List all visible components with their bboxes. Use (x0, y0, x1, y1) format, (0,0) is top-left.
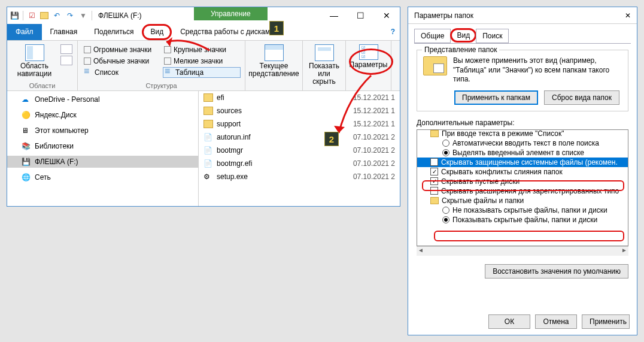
maximize-button[interactable]: ☐ (347, 7, 373, 24)
folder-icon (203, 120, 213, 128)
cloud-icon: ☁ (22, 95, 31, 104)
horizontal-scrollbar[interactable] (417, 246, 628, 256)
layout-small[interactable]: Мелкие значки (163, 56, 241, 66)
layout-large[interactable]: Крупные значки (163, 44, 241, 55)
list-item[interactable]: 📄bootmgr07.10.2021 2 (199, 144, 400, 157)
contextual-tab-manage[interactable]: Управление (194, 7, 268, 20)
radio-icon[interactable] (442, 207, 449, 214)
reset-folders-button[interactable]: Сброс вида папок (544, 90, 619, 105)
tab-view[interactable]: Вид (142, 24, 172, 40)
apply-button[interactable]: Применить (582, 314, 630, 329)
tree-item[interactable]: При вводе текста в режиме "Список" (417, 129, 628, 138)
checkbox-icon[interactable]: ✓ (430, 168, 438, 175)
navigation-pane-icon (25, 44, 44, 61)
tab-view[interactable]: Вид (450, 28, 476, 43)
ribbon-group-panes: Область навигации Области (7, 41, 78, 90)
ribbon-tabs: Файл Главная Поделиться Вид Средства раб… (7, 24, 400, 41)
radio-icon[interactable] (442, 140, 449, 147)
layout-huge[interactable]: Огромные значки (83, 44, 160, 55)
tree-item[interactable]: ✓Скрывать конфликты слияния папок (417, 167, 628, 177)
explorer-window: 💾 ☑ ↶ ↷ ▼ ФЛЕШКА (F:) — ☐ ✕ Управление 1… (7, 7, 400, 207)
ribbon-group-label: Области (7, 82, 77, 89)
show-hide-button[interactable]: Показать или скрыть (308, 43, 341, 86)
tab-drive-tools[interactable]: Средства работы с дисками (172, 24, 282, 40)
properties-icon[interactable]: ☑ (27, 11, 37, 20)
separator (23, 11, 23, 20)
nav-yandex[interactable]: 🟡Яндекс.Диск (7, 109, 198, 121)
content-area: ☁OneDrive - Personal 🟡Яндекс.Диск 🖥Этот … (7, 91, 400, 206)
list-item[interactable]: support15.12.2021 1 (199, 117, 400, 131)
restore-defaults-button[interactable]: Восстановить значения по умолчанию (485, 264, 628, 279)
undo-icon[interactable]: ↶ (52, 11, 62, 20)
tree-item[interactable]: Скрывать расширения для зарегистрированн… (417, 186, 628, 196)
delete-icon[interactable]: ▼ (78, 11, 88, 20)
layout-list[interactable]: Список (83, 67, 160, 78)
layout-normal[interactable]: Обычные значки (83, 56, 160, 66)
annotation-badge-1: 1 (269, 21, 284, 35)
options-button[interactable]: Параметры (351, 43, 386, 69)
advanced-settings-label: Дополнительные параметры: (417, 119, 628, 127)
drive-icon: 💾 (10, 11, 19, 20)
nav-network[interactable]: 🌐Сеть (7, 171, 198, 183)
dialog-titlebar[interactable]: Параметры папок ✕ (408, 7, 637, 24)
checkbox-icon[interactable] (430, 158, 438, 166)
tree-item[interactable]: ✓Скрывать пустые диски (417, 177, 628, 186)
file-icon: 📄 (203, 133, 213, 141)
dialog-buttons: ОК Отмена Применить (488, 314, 630, 329)
tab-share[interactable]: Поделиться (86, 24, 142, 40)
nav-libraries[interactable]: 📚Библиотеки (7, 140, 198, 152)
checkbox-icon[interactable] (430, 187, 438, 195)
radio-icon[interactable] (442, 216, 449, 223)
current-view-button[interactable]: Текущее представление (250, 43, 297, 78)
tab-general[interactable]: Общие (414, 29, 451, 43)
list-item[interactable]: ⚙setup.exe07.10.2021 2 (199, 170, 400, 183)
file-list[interactable]: efi15.12.2021 1 sources15.12.2021 1 supp… (199, 91, 400, 206)
group-title: Представление папок (422, 46, 499, 54)
tree-item-show-hidden[interactable]: Показывать скрытые файлы, папки и диски (417, 215, 628, 225)
folder-views-icon (423, 56, 447, 75)
tree-item[interactable]: Скрытые файлы и папки (417, 196, 628, 205)
tree-item[interactable]: Автоматически вводить текст в поле поиск… (417, 138, 628, 148)
ok-button[interactable]: ОК (488, 314, 530, 329)
list-item[interactable]: 📄bootmgr.efi07.10.2021 2 (199, 157, 400, 170)
cancel-button[interactable]: Отмена (535, 314, 577, 329)
nav-flash-drive[interactable]: 💾ФЛЕШКА (F:) (7, 156, 198, 168)
folder-icon (430, 197, 439, 204)
tree-item[interactable]: Выделять введенный элемент в списке (417, 148, 628, 158)
dialog-tabs: Общие Вид Поиск (414, 29, 631, 44)
file-icon: ⚙ (203, 172, 213, 181)
checkbox-icon[interactable]: ✓ (430, 177, 438, 185)
tree-item[interactable]: Не показывать скрытые файлы, папки и дис… (417, 205, 628, 215)
close-button[interactable]: ✕ (625, 11, 631, 20)
tab-home[interactable]: Главная (42, 24, 86, 40)
pc-icon: 🖥 (22, 126, 31, 135)
minimize-button[interactable]: — (321, 7, 347, 24)
tab-search[interactable]: Поиск (476, 29, 509, 43)
navigation-pane-button[interactable]: Область навигации (12, 43, 57, 78)
list-item[interactable]: 📄autorun.inf07.10.2021 2 (199, 131, 400, 144)
new-folder-icon[interactable] (40, 12, 48, 19)
advanced-settings-tree[interactable]: При вводе текста в режиме "Список" Автом… (417, 129, 628, 246)
tab-file[interactable]: Файл (7, 24, 42, 40)
tree-item-hide-protected[interactable]: Скрывать защищенные системные файлы (рек… (417, 158, 628, 167)
ribbon-group-options: Параметры (346, 41, 391, 90)
window-controls: — ☐ ✕ (321, 7, 400, 24)
folder-views-text: Вы можете применить этот вид (например, … (453, 56, 622, 84)
radio-icon[interactable] (442, 149, 449, 156)
details-pane-icon[interactable] (60, 56, 72, 65)
quick-access-toolbar: 💾 ☑ ↶ ↷ ▼ (10, 11, 92, 20)
preview-pane-icon[interactable] (60, 44, 72, 54)
list-item[interactable]: sources15.12.2021 1 (199, 104, 400, 117)
nav-this-pc[interactable]: 🖥Этот компьютер (7, 125, 198, 137)
apply-to-folders-button[interactable]: Применить к папкам (454, 90, 538, 105)
list-item[interactable]: efi15.12.2021 1 (199, 91, 400, 104)
layout-table[interactable]: Таблица (163, 67, 241, 78)
redo-icon[interactable]: ↷ (65, 11, 75, 20)
ribbon: Область навигации Области Огромные значк… (7, 41, 400, 91)
close-button[interactable]: ✕ (373, 7, 400, 24)
help-icon[interactable]: ? (391, 28, 395, 36)
navigation-pane[interactable]: ☁OneDrive - Personal 🟡Яндекс.Диск 🖥Этот … (7, 91, 199, 206)
separator (92, 11, 92, 20)
dialog-title: Параметры папок (414, 11, 473, 20)
nav-onedrive[interactable]: ☁OneDrive - Personal (7, 93, 198, 105)
